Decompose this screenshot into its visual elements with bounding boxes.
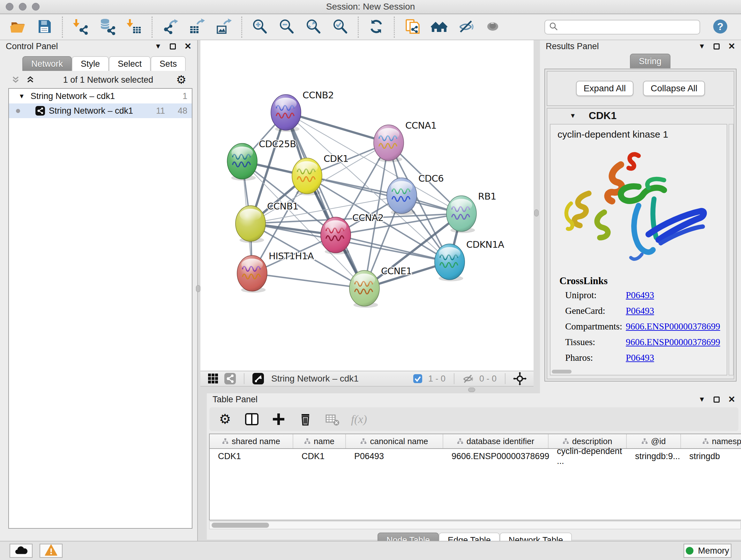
results-panel-float-icon[interactable] (714, 44, 720, 50)
zoom-fit-button[interactable] (304, 18, 323, 37)
node-CDC6[interactable]: CDC6 (387, 173, 444, 215)
column-header-label: canonical name (370, 436, 428, 446)
column-shared-icon (562, 438, 569, 444)
apply-style-refresh-button[interactable] (367, 18, 386, 37)
zoom-out-button[interactable] (277, 18, 296, 37)
export-table-button[interactable] (188, 18, 206, 37)
collapse-all-networks-icon[interactable] (25, 75, 35, 84)
search-box[interactable] (544, 20, 700, 35)
column-header-shared-name[interactable]: shared name (210, 434, 293, 448)
node-label-CCNA2: CCNA2 (352, 212, 384, 223)
help-button[interactable]: ? (711, 18, 730, 37)
column-header-name[interactable]: name (293, 434, 346, 448)
memory-label: Memory (698, 546, 729, 556)
tab-network[interactable]: Network (22, 56, 72, 71)
table-panel-float-icon[interactable] (714, 396, 720, 402)
tab-style[interactable]: Style (72, 56, 109, 71)
table-panel-collapse-icon[interactable]: ▼ (698, 395, 705, 403)
node-CDC25B[interactable]: CDC25B (227, 138, 296, 181)
network-options-gear-icon[interactable]: ⚙ (176, 74, 186, 85)
column-header-namespace[interactable]: namespace (681, 434, 741, 448)
selected-checkbox-icon[interactable] (413, 374, 422, 383)
network-collection-row[interactable]: ▼ String Network – cdk1 1 (9, 89, 192, 104)
birdseye-view-icon[interactable] (252, 373, 264, 385)
import-network-database-button[interactable] (98, 18, 117, 37)
gene-hscroll-thumb[interactable] (552, 370, 571, 374)
table-row[interactable]: CDK1CDK1P064939606.ENSP00000378699cyclin… (210, 449, 741, 463)
column-header--id[interactable]: @id (627, 434, 681, 448)
cloud-status-button[interactable] (10, 544, 32, 558)
network-canvas[interactable]: CCNB2CCNA1CDC25BCDK1CDC6RB1CCNB1CCNA2CDK… (200, 40, 534, 371)
hidden-eye-slash-icon[interactable] (462, 373, 474, 384)
fit-selected-crosshair-icon[interactable] (513, 372, 527, 385)
control-panel-float-icon[interactable] (170, 44, 176, 50)
crosslink-link[interactable]: P06493 (626, 306, 654, 316)
network-view-icon[interactable] (224, 373, 236, 385)
network-row[interactable]: String Network – cdk1 11 48 (9, 104, 192, 118)
node-CCNA1[interactable]: CCNA1 (374, 120, 436, 162)
hide-unhide-button[interactable] (457, 18, 475, 37)
column-header-canonical-name[interactable]: canonical name (346, 434, 443, 448)
show-columns-icon[interactable] (244, 411, 260, 427)
edge-CCNB2-CCNE1[interactable] (286, 112, 364, 288)
expand-all-networks-icon[interactable] (11, 75, 20, 84)
tab-sets[interactable]: Sets (151, 56, 186, 71)
tab-select[interactable]: Select (109, 56, 151, 71)
node-CCNB2[interactable]: CCNB2 (271, 90, 334, 132)
nested-networks-button[interactable] (430, 18, 448, 37)
crosslink-link[interactable]: P06493 (626, 290, 654, 300)
crosslink-link[interactable]: 9606.ENSP00000378699 (626, 337, 720, 348)
node-HIST1H1A[interactable]: HIST1H1A (237, 251, 314, 293)
memory-button[interactable]: Memory (684, 544, 731, 558)
show-graphics-button[interactable] (483, 18, 502, 37)
expand-all-button[interactable]: Expand All (576, 81, 633, 96)
edge-HIST1H1A-CCNE1[interactable] (252, 273, 364, 288)
table-hscroll-thumb[interactable] (212, 523, 269, 528)
save-session-button[interactable] (35, 18, 54, 37)
right-splitter-handle[interactable] (534, 209, 539, 216)
clone-network-button[interactable] (403, 18, 421, 37)
search-icon (549, 22, 558, 33)
import-network-file-button[interactable] (71, 18, 90, 37)
grid-view-icon[interactable] (207, 373, 219, 384)
results-panel-collapse-icon[interactable]: ▼ (698, 42, 705, 51)
export-image-button[interactable] (214, 18, 233, 37)
table-options-gear-icon[interactable]: ⚙ (217, 411, 233, 427)
edge-CCNB2-CCNA1[interactable] (286, 112, 389, 143)
column-header-label: database identifier (467, 436, 534, 446)
gene-expander-icon[interactable]: ▼ (569, 112, 576, 119)
node-CCNE1[interactable]: CCNE1 (349, 266, 412, 308)
collection-label: String Network – cdk1 (30, 91, 115, 101)
bottom-splitter-handle[interactable] (468, 388, 475, 392)
gene-vscroll-track[interactable] (729, 124, 734, 375)
column-header-label: namespace (712, 436, 741, 446)
tab-string[interactable]: String (630, 54, 670, 68)
export-network-button[interactable] (161, 18, 179, 37)
table-panel-close-icon[interactable]: ✕ (728, 394, 735, 405)
add-column-icon[interactable] (271, 411, 286, 427)
delete-column-icon[interactable] (297, 411, 313, 427)
left-splitter-handle[interactable] (196, 285, 200, 292)
column-shared-icon (702, 438, 709, 444)
collapse-all-button[interactable]: Collapse All (643, 81, 705, 96)
column-header-database-identifier[interactable]: database identifier (443, 434, 549, 448)
warnings-button[interactable] (40, 544, 63, 558)
crosslink-link[interactable]: P06493 (626, 353, 654, 363)
crosslink-link[interactable]: 9606.ENSP00000378699 (626, 321, 720, 332)
node-CDKN1A[interactable]: CDKN1A (434, 239, 504, 281)
control-panel-close-icon[interactable]: ✕ (184, 41, 192, 51)
database-network-icon (98, 18, 116, 37)
control-panel-collapse-icon[interactable]: ▼ (155, 42, 162, 51)
node-label-CDK1: CDK1 (324, 153, 348, 164)
node-RB1[interactable]: RB1 (447, 191, 496, 233)
results-panel-close-icon[interactable]: ✕ (728, 41, 735, 51)
import-table-button[interactable] (125, 18, 143, 37)
zoom-selected-button[interactable] (331, 18, 349, 37)
collection-expander-icon[interactable]: ▼ (18, 92, 25, 100)
search-input[interactable] (558, 22, 696, 32)
svg-text:?: ? (717, 21, 724, 32)
open-session-button[interactable] (8, 18, 27, 37)
network-graph[interactable]: CCNB2CCNA1CDC25BCDK1CDC6RB1CCNB1CCNA2CDK… (200, 40, 534, 371)
zoom-in-button[interactable] (251, 18, 269, 37)
table-hscroll-track[interactable] (209, 521, 741, 530)
